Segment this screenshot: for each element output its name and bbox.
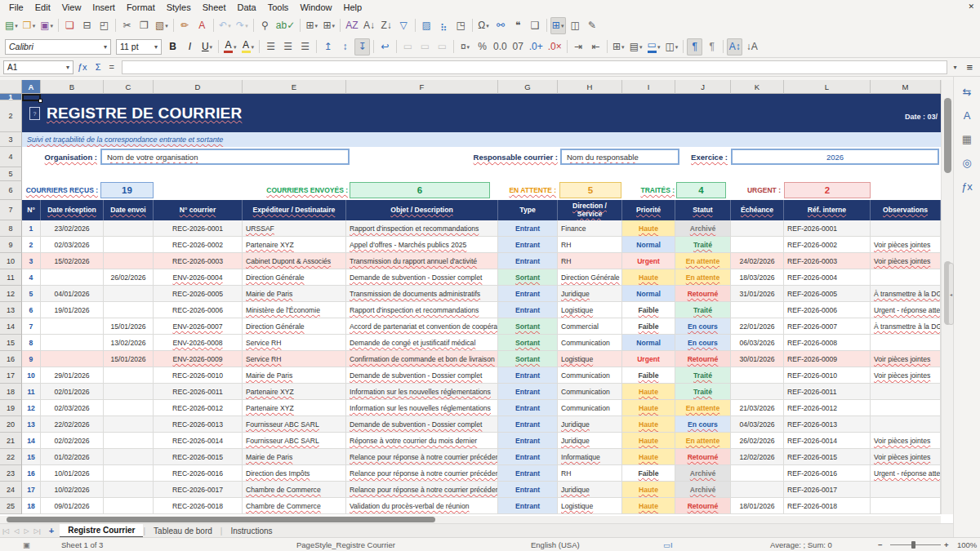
cell-K18[interactable]	[731, 384, 784, 400]
cell-I25[interactable]: Haute	[622, 498, 675, 514]
cell-J17[interactable]: Traité	[675, 367, 731, 384]
cell-D8[interactable]: REC-2026-0001	[154, 220, 243, 237]
cell-K22[interactable]: 12/02/2026	[731, 449, 784, 465]
row-header-19[interactable]: 19	[0, 400, 22, 416]
cell-B16[interactable]	[41, 351, 104, 367]
cell-M17[interactable]: Voir pièces jointes	[871, 367, 941, 384]
cell-L12[interactable]: REF-2026-0005	[784, 286, 871, 302]
cell-G14[interactable]: Sortant	[498, 318, 558, 335]
row-header-5[interactable]: 5	[0, 167, 22, 181]
cell-M21[interactable]: Voir pièces jointes	[871, 433, 941, 449]
cell-C24[interactable]	[104, 482, 154, 498]
cell-E15[interactable]: Service RH	[243, 335, 346, 351]
cell-J14[interactable]: En cours	[675, 318, 731, 335]
cell-F10[interactable]: Transmission du rapport annuel d'activit…	[346, 253, 498, 269]
cell-M24[interactable]	[871, 482, 941, 498]
cell-I22[interactable]: Haute	[622, 449, 675, 465]
sheet-nav-icon-1[interactable]: ◁	[11, 527, 21, 535]
new-document-icon[interactable]: ▤▾	[3, 17, 20, 34]
cell-K13[interactable]	[731, 302, 784, 318]
decrease-indent-icon[interactable]: ⇤	[588, 38, 604, 56]
sort-lines-icon[interactable]: ↓A	[744, 38, 760, 56]
stat-value-4[interactable]: 2	[784, 182, 871, 198]
row-header-1[interactable]: 1	[0, 94, 22, 100]
row-header-13[interactable]: 13	[0, 302, 22, 318]
cell-I20[interactable]: Haute	[622, 416, 675, 433]
cell-F17[interactable]: Demande de subvention - Dossier complet	[346, 367, 498, 384]
cell-K20[interactable]: 04/03/2026	[731, 416, 784, 433]
dropdown-arrow-icon[interactable]: ▾	[234, 44, 237, 50]
cell-K15[interactable]: 06/03/2026	[731, 335, 784, 351]
cell-E22[interactable]: Mairie de Paris	[243, 449, 346, 465]
cell-K8[interactable]	[731, 220, 784, 237]
cell-G8[interactable]: Entrant	[498, 220, 558, 237]
cell-G9[interactable]: Entrant	[498, 237, 558, 253]
cell-J20[interactable]: En cours	[675, 416, 731, 433]
undo-icon[interactable]: ↶▾	[217, 17, 233, 34]
cell-C19[interactable]	[104, 400, 154, 416]
cell-D25[interactable]: REC-2026-0018	[154, 498, 243, 514]
delete-decimal-icon[interactable]: .0×	[546, 38, 564, 56]
cell-M18[interactable]	[871, 384, 941, 400]
cell-K16[interactable]: 30/01/2026	[731, 351, 784, 367]
dropdown-arrow-icon[interactable]: ▾	[104, 43, 107, 51]
center-vertically-icon[interactable]: ↕	[337, 38, 353, 56]
menu-sheet[interactable]: Sheet	[197, 2, 232, 13]
stat-value-1[interactable]: 6	[350, 182, 490, 198]
column-header-G[interactable]: G	[498, 80, 558, 94]
gallery-icon[interactable]: ▦	[962, 134, 972, 144]
menu-styles[interactable]: Styles	[161, 2, 197, 13]
find-replace-icon[interactable]: ⚲	[257, 17, 273, 34]
col-header-1[interactable]: Date réception	[41, 200, 104, 220]
formula-bar-expand-icon[interactable]: ▾	[951, 64, 959, 71]
cell-J12[interactable]: Retourné	[675, 286, 731, 302]
cell-A10[interactable]: 3	[22, 253, 41, 269]
cell-E13[interactable]: Ministère de l'Économie	[243, 302, 346, 318]
cell-C11[interactable]: 26/02/2026	[104, 269, 154, 286]
cell-B13[interactable]: 19/01/2026	[41, 302, 104, 318]
cell-L20[interactable]: REF-2026-0013	[784, 416, 871, 433]
cell-G25[interactable]: Entrant	[498, 498, 558, 514]
row-header-17[interactable]: 17	[0, 367, 22, 384]
cell-L23[interactable]: REF-2026-0016	[784, 465, 871, 482]
column-header-M[interactable]: M	[871, 80, 941, 94]
row-header-4[interactable]: 4	[0, 147, 22, 167]
cell-L18[interactable]: REF-2026-0011	[784, 384, 871, 400]
cell-J24[interactable]: Archivé	[675, 482, 731, 498]
cell-D17[interactable]: REC-2026-0010	[154, 367, 243, 384]
cell-B17[interactable]: 29/01/2026	[41, 367, 104, 384]
dropdown-arrow-icon[interactable]: ▾	[315, 23, 318, 29]
cell-I15[interactable]: Normal	[622, 335, 675, 351]
cell-H15[interactable]: Communication	[558, 335, 622, 351]
cell-G18[interactable]: Entrant	[498, 384, 558, 400]
stat-value-3[interactable]: 4	[676, 182, 726, 198]
cell-A20[interactable]: 13	[22, 416, 41, 433]
cell-K21[interactable]: 26/02/2026	[731, 433, 784, 449]
sheet-tab-2[interactable]: Instructions	[222, 524, 280, 538]
function-wizard-icon[interactable]: ƒx	[74, 62, 91, 72]
cell-E18[interactable]: Partenaire XYZ	[243, 384, 346, 400]
cell-M11[interactable]	[871, 269, 941, 286]
merge-cells-icon[interactable]: ▭	[400, 38, 416, 56]
merge-center-icon[interactable]: ▭	[417, 38, 433, 56]
cell-D11[interactable]: ENV-2026-0004	[154, 269, 243, 286]
cell-J13[interactable]: Traité	[675, 302, 731, 318]
cell-E19[interactable]: Partenaire XYZ	[243, 400, 346, 416]
autofilter-icon[interactable]: ▽	[396, 17, 412, 34]
cell-M13[interactable]: Urgent - réponse attendue	[871, 302, 941, 318]
row-header-16[interactable]: 16	[0, 351, 22, 367]
col-header-12[interactable]: Observations	[871, 200, 941, 220]
cell-G12[interactable]: Entrant	[498, 286, 558, 302]
wrap-text-icon[interactable]: ↩	[377, 38, 393, 56]
cell-L19[interactable]: REF-2026-0012	[784, 400, 871, 416]
cell-I23[interactable]: Faible	[622, 465, 675, 482]
column-header-A[interactable]: A	[22, 80, 41, 94]
column-header-B[interactable]: B	[41, 80, 104, 94]
dropdown-arrow-icon[interactable]: ▾	[154, 43, 158, 51]
cell-J25[interactable]: Retourné	[675, 498, 731, 514]
cell-J18[interactable]: Traité	[675, 384, 731, 400]
cell-I24[interactable]: Haute	[622, 482, 675, 498]
sidebar-settings-icon[interactable]: ≡	[959, 61, 980, 73]
cell-K10[interactable]: 24/02/2026	[731, 253, 784, 269]
cell-E16[interactable]: Service RH	[243, 351, 346, 367]
